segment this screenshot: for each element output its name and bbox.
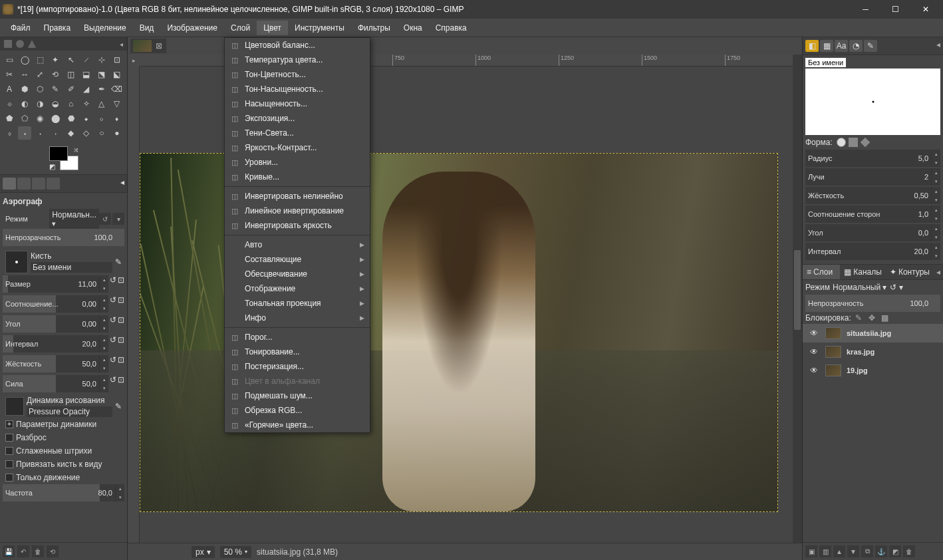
maximize-button[interactable]: ☐	[880, 0, 910, 19]
tool-47[interactable]: ●	[110, 126, 124, 140]
option-row[interactable]: Угол0,00▴▾	[3, 315, 108, 333]
restore-preset-icon[interactable]: ↶	[17, 545, 29, 557]
fonts-tab[interactable]: Aa	[835, 40, 848, 52]
tool-18[interactable]: ⬡	[33, 82, 47, 96]
menuitem-vinvert[interactable]: ◫Инвертировать яркость	[225, 218, 370, 233]
shape-square-button[interactable]	[849, 138, 858, 147]
tool-10[interactable]: ⤢	[33, 68, 47, 81]
menu-цвет[interactable]: Цвет	[257, 21, 288, 35]
tool-20[interactable]: ✐	[65, 82, 78, 96]
tool-28[interactable]: ⌂	[65, 97, 78, 110]
tool-0[interactable]: ▭	[3, 53, 16, 67]
tool-45[interactable]: ◇	[80, 126, 93, 140]
shape-diamond-button[interactable]	[861, 138, 870, 147]
tool-32[interactable]: ⬟	[3, 112, 16, 125]
menuitem-thresh[interactable]: ◫Порог...	[225, 330, 370, 345]
tool-23[interactable]: ⌫	[110, 82, 124, 96]
menuitem-levels[interactable]: ◫Уровни...	[225, 155, 370, 170]
image-tab[interactable]: ⊠	[130, 39, 166, 53]
menu-выделение[interactable]: Выделение	[77, 21, 133, 35]
option-row[interactable]: Размер11,00▴▾	[3, 275, 108, 293]
brushes-tab[interactable]: ◧	[805, 40, 819, 52]
brush-Радиус[interactable]: Радиус5,0▴▾	[805, 150, 940, 167]
raise-layer-icon[interactable]: ▲	[833, 545, 845, 557]
zoom-select[interactable]: 50 %	[220, 546, 251, 558]
tool-29[interactable]: ✧	[80, 97, 93, 110]
menu-файл[interactable]: Файл	[4, 21, 37, 35]
menuitem-linvert[interactable]: ◫Линейное инвертирование	[225, 204, 370, 218]
blend-mode-select[interactable]: Нормальн... ▾	[49, 209, 99, 229]
lock-position-icon[interactable]: ✥	[867, 313, 876, 323]
opt-reset-icon[interactable]: ↺	[110, 275, 116, 294]
tool-5[interactable]: ⟋	[80, 53, 93, 67]
right-config-icon[interactable]: ◂	[936, 40, 940, 52]
opt-reset-icon[interactable]: ↺	[110, 295, 116, 314]
menu-правка[interactable]: Правка	[37, 21, 78, 35]
tool-35[interactable]: ⬤	[49, 112, 62, 125]
check-Только движение[interactable]: Только движение	[3, 471, 124, 484]
opt-map-icon[interactable]: ⊡	[118, 275, 124, 294]
layer-item[interactable]: 👁19.jpg	[803, 361, 943, 380]
menu-слой[interactable]: Слой	[224, 21, 257, 35]
menuitem-hot[interactable]: ◫«Горячие» цвета...	[225, 418, 370, 432]
menuitem-bc[interactable]: ◫Яркость-Контраст...	[225, 140, 370, 155]
tool-14[interactable]: ⬔	[95, 68, 108, 81]
brush-Жёсткость[interactable]: Жёсткость0,50▴▾	[805, 187, 940, 204]
layer-mode-menu-icon[interactable]: ▾	[899, 283, 903, 292]
menuitem-hue[interactable]: ◫Тон-Цветность...	[225, 67, 370, 82]
menuitem-Отображение[interactable]: Отображение▶	[225, 281, 370, 296]
paint-tab[interactable]: ✎	[864, 40, 877, 52]
brush-editor-name[interactable]: Без имени	[805, 58, 846, 67]
layer-item[interactable]: 👁situatsiia.jpg	[803, 324, 943, 343]
brush-Угол[interactable]: Угол0,0▴▾	[805, 224, 940, 241]
menu-фильтры[interactable]: Фильтры	[351, 21, 397, 35]
menuitem-Инфо[interactable]: Инфо▶	[225, 311, 370, 325]
lower-layer-icon[interactable]: ▼	[847, 545, 859, 557]
checkbox-icon[interactable]	[5, 447, 13, 455]
tab-config-icon[interactable]: ◂	[120, 178, 124, 190]
menuitem-rgbclip[interactable]: ◫Обрезка RGB...	[225, 403, 370, 418]
menuitem-noise[interactable]: ◫Подмешать шум...	[225, 388, 370, 403]
images-tab[interactable]	[47, 178, 60, 190]
tool-40[interactable]: ⬨	[3, 126, 16, 140]
dynamics-thumbnail[interactable]	[5, 397, 24, 416]
menu-справка[interactable]: Справка	[429, 21, 473, 35]
brush-Интервал[interactable]: Интервал20,0▴▾	[805, 243, 940, 260]
tool-13[interactable]: ⬓	[80, 68, 93, 81]
tool-8[interactable]: ✂	[3, 68, 16, 81]
visibility-icon[interactable]: 👁	[808, 329, 820, 338]
lock-alpha-icon[interactable]: ▩	[880, 313, 890, 323]
opt-map-icon[interactable]: ⊡	[118, 315, 124, 334]
tool-24[interactable]: ⟐	[3, 97, 16, 110]
option-row[interactable]: Сила50,0▴▾	[3, 375, 108, 392]
tool-39[interactable]: ⬧	[110, 112, 124, 125]
mode-reset-icon[interactable]: ↺	[99, 213, 111, 225]
toolbox-config-icon[interactable]: ◂	[120, 41, 123, 48]
menuitem-expo[interactable]: ◫Экспозиция...	[225, 111, 370, 126]
menuitem-Тональная проекция[interactable]: Тональная проекция▶	[225, 296, 370, 311]
reset-preset-icon[interactable]: ⟲	[47, 545, 59, 557]
tool-7[interactable]: ⊡	[110, 53, 124, 67]
minimize-button[interactable]: ─	[851, 0, 880, 19]
menuitem-poster[interactable]: ◫Постеризация...	[225, 359, 370, 374]
option-row[interactable]: Непрозрачность100,0▴▾	[3, 229, 124, 246]
tool-36[interactable]: ⬣	[65, 112, 78, 125]
tool-19[interactable]: ✎	[49, 82, 62, 96]
layers-config-icon[interactable]: ◂	[934, 265, 943, 279]
tool-11[interactable]: ⟲	[49, 68, 62, 81]
tool-3[interactable]: ✦	[49, 53, 62, 67]
checkbox-icon[interactable]	[5, 460, 13, 468]
menuitem-curves[interactable]: ◫Кривые...	[225, 170, 370, 184]
unit-select[interactable]: px ▾	[192, 546, 215, 558]
tool-46[interactable]: ○	[95, 126, 108, 140]
tool-4[interactable]: ↖	[65, 53, 78, 67]
option-row[interactable]: Жёсткость50,0▴▾	[3, 355, 108, 372]
menuitem-shadow[interactable]: ◫Тени-Света...	[225, 126, 370, 140]
layer-opacity-row[interactable]: Непрозрачность 100,0 ▴▾	[805, 295, 940, 312]
tool-30[interactable]: △	[95, 97, 108, 110]
mask-layer-icon[interactable]: ◩	[889, 545, 901, 557]
shape-circle-button[interactable]	[837, 138, 846, 147]
menuitem-Составляющие[interactable]: Составляющие▶	[225, 252, 370, 267]
brush-Соотношение сторон[interactable]: Соотношение сторон1,0▴▾	[805, 206, 940, 223]
tool-34[interactable]: ◉	[33, 112, 47, 125]
